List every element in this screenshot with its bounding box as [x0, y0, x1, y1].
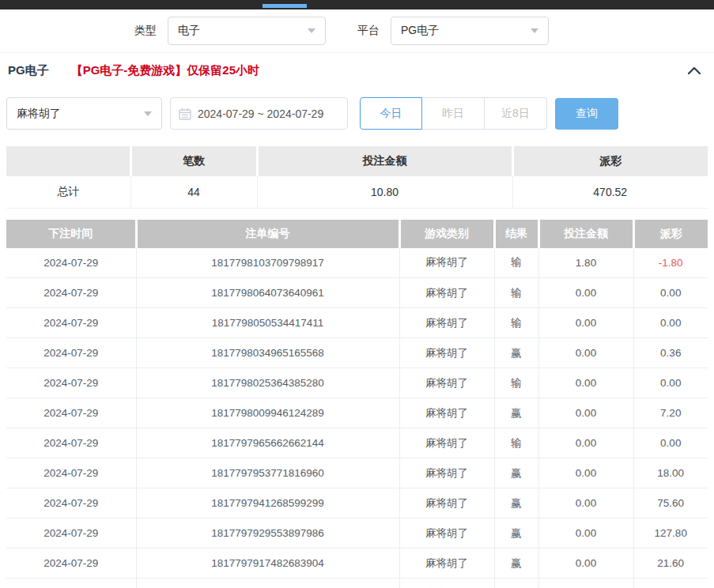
- filter-bar: 类型 电子 平台 PG电子: [0, 9, 714, 53]
- order-id-cell: 1817798025364385280: [136, 368, 399, 398]
- header-bet-amount: 投注金额: [538, 220, 633, 248]
- table-row: 2024-07-291817797953771816960麻将胡了赢0.0018…: [6, 458, 708, 488]
- today-button[interactable]: 今日: [360, 97, 422, 130]
- active-tab-indicator[interactable]: [263, 4, 307, 8]
- bet-time-cell: 2024-07-29: [6, 398, 136, 428]
- table-row: 2024-07-291817797929553897986麻将胡了赢0.0012…: [6, 518, 708, 548]
- game-type-cell: 麻将胡了: [399, 308, 494, 338]
- bet-time-cell: 2024-07-29: [6, 368, 136, 398]
- table-row: 2024-07-291817797965662662144麻将胡了输0.000.…: [6, 428, 708, 458]
- bet-amount-cell: 0.00: [538, 308, 633, 338]
- bet-amount-cell: 0.00: [538, 278, 633, 308]
- bet-amount-cell: 0.00: [538, 398, 633, 428]
- payout-cell: 7.20: [633, 398, 708, 428]
- order-id-cell: 1817797965662662144: [136, 428, 399, 458]
- bet-amount-cell: 0.00: [538, 368, 633, 398]
- summary-header-count: 笔数: [130, 146, 257, 176]
- payout-cell: 21.60: [633, 548, 708, 579]
- order-id-cell: 1817797941268599299: [136, 488, 399, 518]
- order-id-cell: 1817798064073640961: [136, 278, 399, 308]
- type-select[interactable]: 电子: [168, 17, 326, 45]
- bet-time-cell: 2024-07-29: [6, 518, 136, 548]
- result-cell: 输: [494, 278, 538, 308]
- summary-table: 笔数 投注金额 派彩 总计 44 10.80 470.52: [6, 146, 708, 209]
- result-cell: 输: [494, 428, 538, 458]
- table-row: 2024-07-291817798009946124289麻将胡了赢0.007.…: [6, 398, 708, 428]
- result-cell: 赢: [494, 488, 538, 518]
- order-id-cell: 1817798009946124289: [136, 398, 399, 428]
- payout-cell: 0.00: [633, 308, 708, 338]
- bet-time-cell: 2024-07-29: [6, 548, 136, 579]
- game-type-cell: 麻将胡了: [399, 338, 494, 368]
- payout-cell: 18.00: [633, 458, 708, 488]
- order-id-cell: 1817798034965165568: [136, 338, 399, 368]
- table-row: 2024-07-291817798103709798917麻将胡了输1.80-1…: [6, 248, 708, 278]
- bet-time-cell: 2024-07-29: [6, 579, 136, 588]
- summary-header-blank: [6, 146, 130, 176]
- date-range-picker[interactable]: 2024-07-29 ~ 2024-07-29: [170, 97, 348, 130]
- chevron-up-icon: [687, 66, 701, 75]
- bet-amount-cell: [538, 579, 633, 588]
- summary-total-row: 总计 44 10.80 470.52: [6, 176, 708, 208]
- table-row: 2024-07-291817798025364385280麻将胡了输0.000.…: [6, 368, 708, 398]
- game-type-cell: 麻将胡了: [399, 548, 494, 579]
- result-cell: 赢: [494, 518, 538, 548]
- bet-amount-cell: 1.80: [538, 248, 633, 278]
- order-id-cell: 1817797917482683904: [136, 548, 399, 579]
- header-game-type: 游戏类别: [399, 220, 494, 248]
- bet-time-cell: 2024-07-29: [6, 248, 136, 278]
- platform-select-value: PG电子: [401, 24, 439, 38]
- chevron-down-icon: [308, 28, 315, 33]
- result-cell: 输: [494, 248, 538, 278]
- bet-amount-cell: 0.00: [538, 518, 633, 548]
- section-title: PG电子: [8, 63, 49, 78]
- table-row: 2024-07-291817797917482683904麻将胡了赢0.0021…: [6, 548, 708, 579]
- game-select[interactable]: 麻将胡了: [6, 97, 162, 130]
- bet-amount-cell: 0.00: [538, 338, 633, 368]
- summary-header-payout: 派彩: [512, 146, 708, 176]
- bet-time-cell: 2024-07-29: [6, 458, 136, 488]
- summary-total-label: 总计: [6, 176, 130, 208]
- game-type-cell: 麻将胡了: [399, 488, 494, 518]
- last8days-button[interactable]: 近8日: [485, 97, 547, 130]
- chevron-down-icon: [531, 28, 538, 33]
- yesterday-button[interactable]: 昨日: [422, 97, 485, 130]
- collapse-toggle[interactable]: [687, 66, 706, 75]
- payout-cell: 75.60: [633, 488, 708, 518]
- game-type-cell: 麻将胡了: [399, 579, 494, 588]
- type-label: 类型: [134, 24, 157, 38]
- bets-header-row: 下注时间 注单编号 游戏类别 结果 投注金额 派彩: [6, 220, 708, 248]
- order-id-cell: 1817797929553897986: [136, 518, 399, 548]
- bet-time-cell: 2024-07-29: [6, 428, 136, 458]
- query-toolbar: 麻将胡了 2024-07-29 ~ 2024-07-29 今日 昨日 近8日 查…: [6, 97, 708, 130]
- header-order-id: 注单编号: [136, 220, 399, 248]
- bet-amount-cell: 0.00: [538, 458, 633, 488]
- order-id-cell: 1817798050534417411: [136, 308, 399, 338]
- bet-time-cell: 2024-07-29: [6, 308, 136, 338]
- summary-total-count: 44: [130, 176, 257, 208]
- bets-table-body: 2024-07-291817798103709798917麻将胡了输1.80-1…: [6, 248, 708, 588]
- order-id-cell: 1817797953771816960: [136, 458, 399, 488]
- platform-select[interactable]: PG电子: [391, 17, 549, 45]
- chevron-down-icon: [144, 111, 152, 116]
- result-cell: 赢: [494, 579, 538, 588]
- game-type-cell: 麻将胡了: [399, 278, 494, 308]
- platform-label: 平台: [357, 24, 380, 38]
- search-button[interactable]: 查询: [555, 98, 618, 130]
- table-row: 2024-07-291817798050534417411麻将胡了输0.000.…: [6, 308, 708, 338]
- payout-cell: -1.80: [633, 248, 708, 278]
- result-cell: 输: [494, 308, 538, 338]
- date-range-value: 2024-07-29 ~ 2024-07-29: [198, 107, 323, 120]
- table-row: 2024-07-291817798034965165568麻将胡了赢0.000.…: [6, 338, 708, 368]
- payout-cell: 0.00: [633, 428, 708, 458]
- header-result: 结果: [494, 220, 538, 248]
- top-navigation-bar: [0, 0, 714, 9]
- game-type-cell: 麻将胡了: [399, 398, 494, 428]
- summary-header-row: 笔数 投注金额 派彩: [6, 146, 708, 176]
- result-cell: 赢: [494, 338, 538, 368]
- payout-cell: 127.80: [633, 518, 708, 548]
- header-bet-time: 下注时间: [6, 220, 136, 248]
- section-header: PG电子 【PG电子-免费游戏】仅保留25小时: [0, 55, 714, 86]
- bets-table: 下注时间 注单编号 游戏类别 结果 投注金额 派彩 2024-07-291817…: [6, 220, 708, 588]
- payout-cell: 0.00: [633, 278, 708, 308]
